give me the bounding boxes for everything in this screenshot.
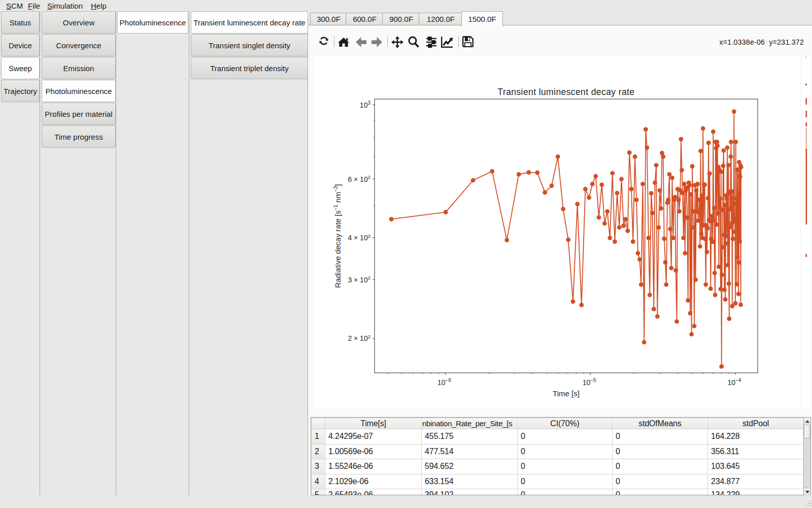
svg-text:10−4: 10−4 — [727, 377, 741, 387]
svg-text:4 × 102: 4 × 102 — [348, 233, 370, 242]
svg-text:3 × 102: 3 × 102 — [348, 275, 370, 284]
svg-text:6 × 102: 6 × 102 — [348, 174, 370, 183]
svg-text:Transient luminescent decay ra: Transient luminescent decay rate — [498, 87, 635, 97]
svg-text:10−6: 10−6 — [437, 377, 451, 387]
svg-text:Radiative decay rate [s−1 nm−3: Radiative decay rate [s−1 nm−3] — [333, 184, 342, 288]
svg-text:103: 103 — [360, 100, 371, 109]
svg-text:Time [s]: Time [s] — [553, 389, 580, 398]
svg-text:2 × 102: 2 × 102 — [348, 334, 370, 343]
svg-text:10−5: 10−5 — [583, 377, 596, 387]
